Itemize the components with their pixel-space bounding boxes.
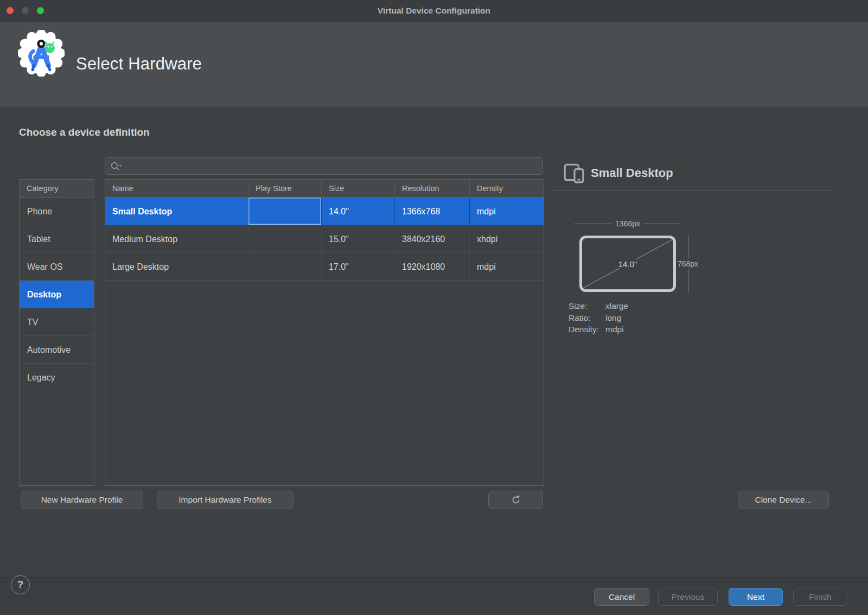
column-header-name[interactable]: Name	[105, 180, 248, 197]
column-header-size[interactable]: Size	[322, 180, 395, 197]
device-row-medium-desktop[interactable]: Medium Desktop 15.0" 3840x2160 xhdpi	[105, 225, 544, 253]
help-button[interactable]: ?	[11, 575, 30, 594]
column-header-play-store[interactable]: Play Store	[248, 180, 322, 197]
cell-resolution: 1366x768	[395, 198, 470, 225]
height-dimension: 768px	[676, 236, 700, 292]
refresh-icon	[510, 494, 521, 505]
titlebar: Virtual Device Configuration	[0, 0, 868, 22]
property-value: mdpi	[605, 324, 628, 335]
minimize-window-button[interactable]	[22, 7, 29, 14]
wizard-header: Select Hardware	[0, 22, 868, 106]
close-window-button[interactable]	[7, 7, 14, 14]
cell-resolution: 1920x1080	[395, 253, 470, 280]
cell-size: 17.0"	[322, 253, 395, 280]
new-hardware-profile-button[interactable]: New Hardware Profile	[21, 491, 143, 509]
device-properties: Size: xlarge Ratio: long Density: mdpi	[569, 300, 628, 335]
detail-panel-title: Small Desktop	[591, 166, 673, 180]
detail-divider	[553, 191, 833, 191]
cancel-button[interactable]: Cancel	[594, 588, 649, 606]
width-dimension: 1366px	[574, 219, 681, 228]
category-item-tablet[interactable]: Tablet	[20, 225, 94, 253]
category-item-desktop[interactable]: Desktop	[20, 281, 94, 308]
finish-button: Finish	[793, 588, 847, 606]
cell-play-store	[248, 253, 322, 280]
category-header: Category	[20, 180, 94, 198]
import-hardware-profiles-button[interactable]: Import Hardware Profiles	[157, 491, 293, 509]
search-icon	[110, 161, 123, 172]
refresh-button[interactable]	[488, 491, 543, 509]
clone-device-button[interactable]: Clone Device...	[738, 491, 829, 509]
category-item-legacy[interactable]: Legacy	[20, 364, 94, 391]
property-value: xlarge	[605, 300, 628, 312]
screen-size-label: 14.0"	[616, 259, 640, 269]
category-panel: Category Phone Tablet Wear OS Desktop TV…	[19, 179, 94, 486]
height-dimension-label: 768px	[678, 258, 698, 269]
previous-button: Previous	[658, 588, 718, 606]
zoom-window-button[interactable]	[37, 7, 44, 14]
device-table: Name Play Store Size Resolution Density …	[105, 179, 544, 486]
cell-play-store	[248, 225, 322, 252]
property-label: Ratio:	[569, 312, 605, 324]
cell-size: 15.0"	[322, 225, 395, 252]
cell-density: mdpi	[470, 253, 544, 280]
section-title: Choose a device definition	[19, 126, 150, 138]
devices-icon	[563, 163, 585, 183]
device-search-field[interactable]	[105, 157, 543, 175]
window-title: Virtual Device Configuration	[0, 0, 868, 22]
column-header-density[interactable]: Density	[470, 180, 544, 197]
device-screen-diagram: 14.0"	[579, 236, 676, 292]
android-studio-logo-icon	[18, 30, 65, 77]
device-row-large-desktop[interactable]: Large Desktop 17.0" 1920x1080 mdpi	[105, 253, 544, 281]
cell-resolution: 3840x2160	[395, 225, 470, 252]
page-title: Select Hardware	[76, 22, 202, 106]
search-input[interactable]	[123, 162, 538, 171]
cell-density: xhdpi	[470, 225, 544, 252]
cell-density: mdpi	[470, 198, 544, 225]
category-item-automotive[interactable]: Automotive	[20, 336, 94, 364]
device-row-small-desktop[interactable]: Small Desktop 14.0" 1366x768 mdpi	[105, 198, 544, 225]
property-value: long	[605, 312, 628, 324]
column-header-resolution[interactable]: Resolution	[395, 180, 470, 197]
property-label: Size:	[569, 300, 605, 312]
cell-name: Large Desktop	[105, 253, 248, 280]
virtual-device-configuration-window: Virtual Device Configuration	[0, 0, 868, 615]
width-dimension-label: 1366px	[615, 219, 640, 228]
next-button[interactable]: Next	[729, 588, 783, 606]
category-item-phone[interactable]: Phone	[20, 198, 94, 225]
cell-size: 14.0"	[322, 198, 395, 225]
device-table-header: Name Play Store Size Resolution Density	[105, 180, 544, 198]
category-item-tv[interactable]: TV	[20, 308, 94, 336]
property-label: Density:	[569, 324, 605, 335]
traffic-lights	[7, 7, 44, 14]
cell-name: Medium Desktop	[105, 225, 248, 252]
cell-name: Small Desktop	[105, 198, 248, 225]
cell-play-store	[248, 198, 322, 225]
category-item-wear-os[interactable]: Wear OS	[20, 253, 94, 281]
